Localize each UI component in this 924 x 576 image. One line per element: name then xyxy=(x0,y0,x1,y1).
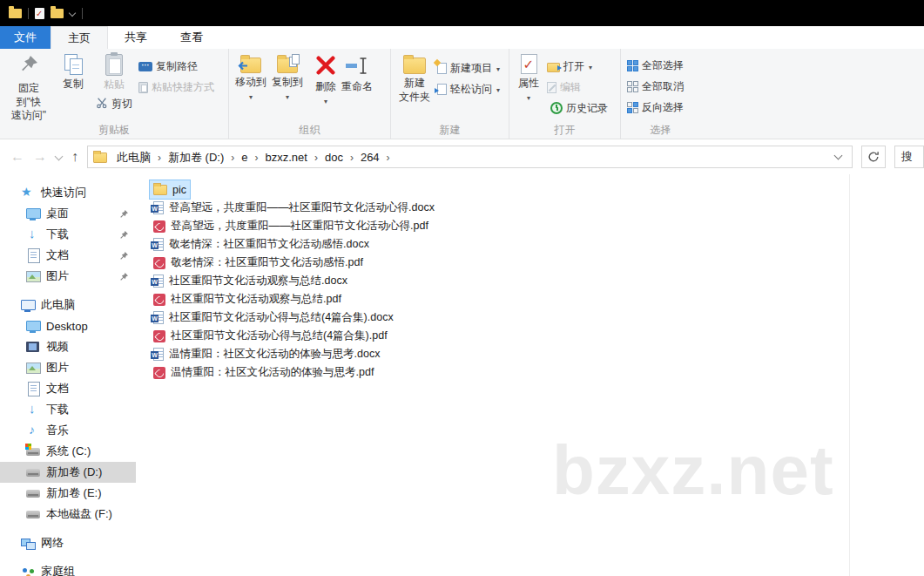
ribbon-section-select: 全部选择 全部取消 反向选择 选择 xyxy=(620,49,700,139)
sidebar-item-music[interactable]: 音乐 xyxy=(0,420,136,441)
file-name: 社区重阳节文化活动心得与总结(4篇合集).docx xyxy=(169,310,394,325)
breadcrumb-segment[interactable]: bzxz.net xyxy=(260,151,314,164)
sidebar-item-drive-c[interactable]: 系统 (C:) xyxy=(0,441,136,462)
button-label: 全部选择 xyxy=(642,58,684,73)
forward-icon: → xyxy=(33,149,47,165)
file-item[interactable]: 敬老情深：社区重阳节文化活动感悟.docx xyxy=(150,235,373,254)
homegroup-icon xyxy=(21,565,35,576)
refresh-button[interactable] xyxy=(861,146,886,168)
sidebar-item-downloads[interactable]: 下载 xyxy=(0,399,136,420)
recent-locations-icon[interactable] xyxy=(56,153,63,160)
delete-button[interactable]: 删除 xyxy=(313,52,339,108)
sidebar-item-videos[interactable]: 视频 xyxy=(0,336,136,357)
file-list: pic登高望远，共度重阳——社区重阳节文化活动心得.docx登高望远，共度重阳—… xyxy=(150,180,924,382)
folder-icon[interactable] xyxy=(9,9,22,18)
move-to-button[interactable]: 移动到 xyxy=(233,52,269,104)
copy-button[interactable]: 复制 xyxy=(54,52,92,93)
sidebar-item-label: 新加卷 (E:) xyxy=(46,485,102,501)
invert-selection-button[interactable]: 反向选择 xyxy=(624,97,686,118)
copy-path-icon xyxy=(138,62,152,71)
breadcrumb-segment[interactable]: 此电脑 xyxy=(111,151,157,164)
docx-file-icon xyxy=(153,238,164,251)
file-item[interactable]: 社区重阳节文化活动心得与总结(4篇合集).pdf xyxy=(150,327,391,345)
sidebar-item-pictures[interactable]: 图片 xyxy=(0,357,136,378)
file-item[interactable]: 温情重阳：社区文化活动的体验与思考.pdf xyxy=(150,363,377,382)
folder-item[interactable]: pic xyxy=(150,180,190,199)
new-folder-button[interactable]: 新建 文件夹 xyxy=(395,52,435,105)
monitor-icon xyxy=(26,319,40,333)
file-item[interactable]: 登高望远，共度重阳——社区重阳节文化活动心得.docx xyxy=(150,199,438,217)
new-item-button[interactable]: 新建项目 xyxy=(435,58,502,78)
sidebar-item-downloads[interactable]: 下载 xyxy=(0,224,136,245)
file-item[interactable]: 社区重阳节文化活动心得与总结(4篇合集).docx xyxy=(150,308,397,327)
easy-access-button[interactable]: 轻松访问 xyxy=(435,78,502,99)
breadcrumb-segment[interactable]: 264 xyxy=(354,151,386,164)
tab-view[interactable]: 查看 xyxy=(164,26,219,49)
cut-button[interactable]: 剪切 xyxy=(93,94,135,115)
copy-path-button[interactable]: 复制路径 xyxy=(136,56,217,77)
tab-file[interactable]: 文件 xyxy=(0,26,51,49)
file-name: 社区重阳节文化活动心得与总结(4篇合集).pdf xyxy=(171,329,388,343)
file-item[interactable]: 温情重阳：社区文化活动的体验与思考.docx xyxy=(150,345,383,363)
section-label: 新建 xyxy=(391,123,509,138)
button-label: 全部取消 xyxy=(642,79,684,94)
pin-to-quick-access-button[interactable]: 固定到"快 速访问" xyxy=(3,52,54,125)
up-icon[interactable]: ↑ xyxy=(71,149,78,165)
pdf-file-icon xyxy=(153,294,165,306)
sidebar-item-drive-f[interactable]: 本地磁盘 (F:) xyxy=(0,504,136,525)
file-item[interactable]: 社区重阳节文化活动观察与总结.pdf xyxy=(150,290,345,308)
sidebar-item-pictures[interactable]: 图片 xyxy=(0,266,136,287)
breadcrumb-segment[interactable]: e xyxy=(235,151,253,164)
copy-to-button[interactable]: 复制到 xyxy=(269,52,306,104)
select-none-button[interactable]: 全部取消 xyxy=(624,76,686,97)
breadcrumb: 此电脑›新加卷 (D:)›e›bzxz.net›doc›264› xyxy=(111,149,391,166)
sidebar-section-quick-access[interactable]: 快速访问 xyxy=(0,182,136,203)
file-name: 敬老情深：社区重阳节文化活动感悟.docx xyxy=(169,237,369,252)
address-dropdown-icon[interactable] xyxy=(834,152,843,161)
breadcrumb-segment[interactable]: 新加卷 (D:) xyxy=(162,151,230,164)
pic-icon xyxy=(26,269,40,283)
tab-share[interactable]: 共享 xyxy=(108,26,164,49)
scissors-icon xyxy=(96,97,108,112)
sidebar-item-documents[interactable]: 文档 xyxy=(0,245,136,266)
sidebar-item-drive-e[interactable]: 新加卷 (E:) xyxy=(0,483,136,504)
breadcrumb-bar[interactable]: 此电脑›新加卷 (D:)›e›bzxz.net›doc›264› xyxy=(87,146,853,168)
properties-button[interactable]: 属性 xyxy=(513,52,544,105)
sidebar-item-documents[interactable]: 文档 xyxy=(0,378,136,399)
sidebar-item-desktop[interactable]: 桌面 xyxy=(0,203,136,224)
sidebar-item-drive-d[interactable]: 新加卷 (D:) xyxy=(0,462,136,483)
select-all-button[interactable]: 全部选择 xyxy=(624,55,686,76)
rename-button[interactable]: 重命名 xyxy=(339,52,375,96)
button-label: 复制路径 xyxy=(156,59,198,74)
button-label: 粘贴 xyxy=(104,78,125,92)
sidebar-section-this-pc[interactable]: 此电脑 xyxy=(0,295,136,315)
chevron-down-icon[interactable] xyxy=(70,9,76,15)
search-input[interactable]: 搜 xyxy=(894,146,924,168)
new-folder-icon xyxy=(403,58,426,74)
chevron-right-icon[interactable]: › xyxy=(254,152,260,164)
open-button[interactable]: 打开 xyxy=(544,56,610,77)
history-button[interactable]: 历史记录 xyxy=(544,98,610,119)
section-label: 选择 xyxy=(621,123,700,138)
new-item-icon xyxy=(437,63,447,74)
copy-to-icon xyxy=(277,58,298,73)
file-item[interactable]: 登高望远，共度重阳——社区重阳节文化活动心得.pdf xyxy=(150,217,432,235)
sidebar-item-desktop[interactable]: Desktop xyxy=(0,315,136,336)
file-item[interactable]: 敬老情深：社区重阳节文化活动感悟.pdf xyxy=(150,254,367,272)
breadcrumb-segment[interactable]: doc xyxy=(319,151,349,164)
check-document-icon[interactable] xyxy=(35,8,44,19)
dropdown-caret-icon xyxy=(588,60,592,72)
file-pane[interactable]: pic登高望远，共度重阳——社区重阳节文化活动心得.docx登高望远，共度重阳—… xyxy=(136,174,924,576)
sidebar-section-homegroup[interactable]: 家庭组 xyxy=(0,561,136,576)
button-label: 新建项目 xyxy=(450,61,492,76)
sidebar-section-network[interactable]: 网络 xyxy=(0,532,136,553)
file-item[interactable]: 社区重阳节文化活动观察与总结.docx xyxy=(150,272,351,290)
chevron-right-icon[interactable]: › xyxy=(386,152,391,164)
open-folder-icon xyxy=(547,63,560,72)
sidebar-item-label: 文档 xyxy=(46,247,69,263)
tab-home[interactable]: 主页 xyxy=(51,26,108,49)
separator xyxy=(28,8,29,19)
chevron-right-icon[interactable]: › xyxy=(349,152,354,164)
folder-icon[interactable] xyxy=(51,9,64,18)
download-icon xyxy=(26,403,40,417)
